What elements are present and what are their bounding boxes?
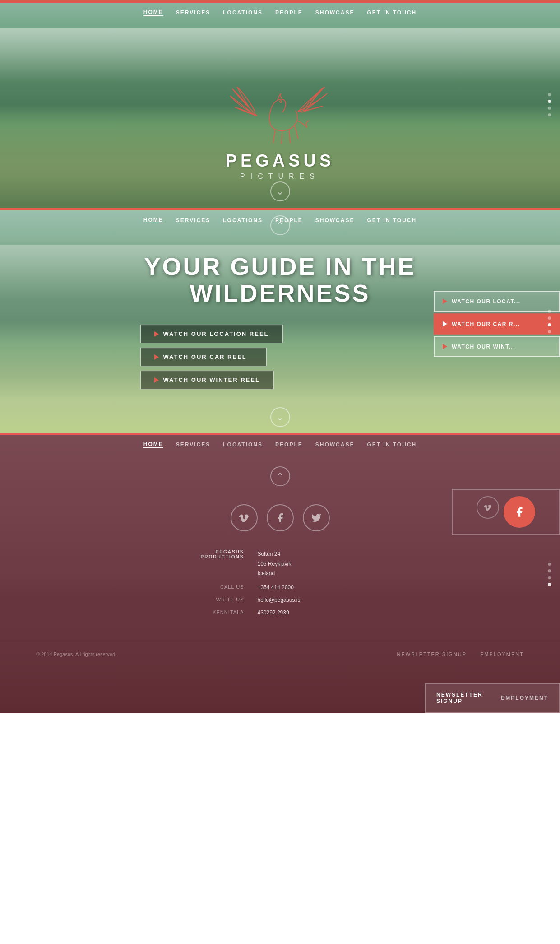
location-reel-button[interactable]: WATCH OUR LOCATION REEL (140, 325, 283, 343)
company-label: PEGASUS PRODUCTIONS (190, 549, 244, 579)
guide-nav-people[interactable]: PEOPLE (275, 217, 303, 223)
scroll-up-button-footer[interactable]: ⌃ (270, 466, 290, 486)
call-value: +354 414 2000 (258, 584, 294, 591)
popup-reel-cards: WATCH OUR LOCAT... WATCH OUR CAR R... WA… (434, 291, 560, 358)
facebook-icon[interactable] (267, 504, 294, 531)
write-label: Write us (190, 597, 244, 603)
kennitala-value: 430292 2939 (258, 609, 289, 616)
guide-nav-services[interactable]: SERVICES (176, 217, 210, 223)
footer-nav-contact[interactable]: GET IN TOUCH (367, 442, 417, 448)
employment-link[interactable]: EMPLOYMENT (480, 651, 524, 657)
play-icon-car (154, 354, 159, 360)
dot-s2-2[interactable] (548, 316, 551, 320)
nav-contact[interactable]: GET IN TOUCH (367, 9, 417, 16)
guide-section: HOME SERVICES LOCATIONS PEOPLE SHOWCASE … (0, 208, 560, 433)
dot-s2-4[interactable] (548, 330, 551, 333)
pegasus-logo (230, 84, 329, 148)
dot-2[interactable] (548, 100, 551, 103)
scroll-down-button[interactable]: ⌄ (270, 181, 290, 201)
guide-content: YOUR GUIDE IN THE WILDERNESS WATCH OUR L… (140, 253, 420, 390)
twitter-icon[interactable] (303, 504, 330, 531)
play-icon-popup-3 (443, 344, 447, 349)
reel-buttons-group: WATCH OUR LOCATION REEL WATCH OUR CAR RE… (140, 325, 420, 389)
hero-content: PEGASUS PICTURES (226, 84, 335, 181)
contact-info: PEGASUS PRODUCTIONS Soltún 24 105 Reykja… (190, 549, 370, 619)
popup-card-winter[interactable]: WATCH OUR WINT... (434, 336, 560, 357)
footer-nav-showcase[interactable]: SHOWCASE (315, 442, 355, 448)
car-reel-button[interactable]: WATCH OUR CAR REEL (140, 348, 267, 366)
winter-reel-button[interactable]: WATCH OUR WINTER REEL (140, 371, 274, 389)
play-icon-winter (154, 377, 159, 383)
guide-nav-contact[interactable]: GET IN TOUCH (367, 217, 417, 223)
footer-nav-home[interactable]: HOME (143, 441, 163, 448)
kennitala-row: Kennitala 430292 2939 (190, 609, 370, 616)
dot-s2-1[interactable] (548, 310, 551, 313)
nav-showcase[interactable]: SHOWCASE (315, 9, 355, 16)
nav-locations[interactable]: LOCATIONS (223, 9, 263, 16)
email-value: hello@pegasus.is (258, 597, 301, 603)
newsletter-link[interactable]: NEWSLETTER SIGNUP (397, 651, 467, 657)
company-address-row: PEGASUS PRODUCTIONS Soltún 24 105 Reykja… (190, 549, 370, 579)
footer-section: HOME SERVICES LOCATIONS PEOPLE SHOWCASE … (0, 433, 560, 713)
footer-links: NEWSLETTER SIGNUP EMPLOYMENT (397, 651, 524, 657)
pegasus-icon (230, 84, 329, 148)
guide-nav-showcase[interactable]: SHOWCASE (315, 217, 355, 223)
nav-home[interactable]: HOME (143, 9, 163, 16)
dot-4[interactable] (548, 113, 551, 116)
vimeo-icon[interactable] (231, 504, 258, 531)
guide-nav-home[interactable]: HOME (143, 217, 163, 223)
nav-people[interactable]: PEOPLE (275, 9, 303, 16)
footer-nav-people[interactable]: PEOPLE (275, 442, 303, 448)
scroll-down-button-guide[interactable]: ⌄ (270, 407, 290, 427)
dot-3[interactable] (548, 107, 551, 110)
social-icons-row (231, 504, 330, 531)
footer-bottom-bar: © 2014 Pegasus. All rights reserved. NEW… (0, 642, 560, 666)
newsletter-cta[interactable]: NEWSLETTER SIGNUP (436, 692, 492, 704)
copyright-text: © 2014 Pegasus. All rights reserved. (36, 651, 116, 657)
footer-nav-services[interactable]: SERVICES (176, 442, 210, 448)
employment-cta[interactable]: EMPLOYMENT (501, 695, 548, 701)
guide-headline: YOUR GUIDE IN THE WILDERNESS (140, 253, 420, 307)
address-value: Soltún 24 105 Reykjavik Iceland (258, 549, 292, 579)
popup-card-location[interactable]: WATCH OUR LOCAT... (434, 291, 560, 312)
footer-nav-locations[interactable]: LOCATIONS (223, 442, 263, 448)
bottom-cta-popup: NEWSLETTER SIGNUP EMPLOYMENT (425, 683, 560, 713)
footer-nav: HOME SERVICES LOCATIONS PEOPLE SHOWCASE … (0, 435, 560, 454)
play-icon-location (154, 331, 159, 337)
nav-services[interactable]: SERVICES (176, 9, 210, 16)
kennitala-label: Kennitala (190, 609, 244, 616)
footer-main-content: ⌃ PEGASUS PRODUCTIONS Soltún 24 105 Reyk… (0, 435, 560, 666)
email-row: Write us hello@pegasus.is (190, 597, 370, 603)
hero-section: HOME SERVICES LOCATIONS PEOPLE SHOWCASE … (0, 0, 560, 208)
hero-title: PEGASUS (226, 151, 335, 171)
hero-subtitle: PICTURES (226, 172, 335, 181)
guide-nav: HOME SERVICES LOCATIONS PEOPLE SHOWCASE … (0, 209, 560, 230)
popup-card-car[interactable]: WATCH OUR CAR R... (434, 313, 560, 334)
guide-nav-locations[interactable]: LOCATIONS (223, 217, 263, 223)
hero-nav: HOME SERVICES LOCATIONS PEOPLE SHOWCASE … (0, 1, 560, 22)
svg-point-0 (280, 101, 282, 102)
call-label: Call us (190, 584, 244, 591)
dot-s2-3[interactable] (548, 323, 551, 326)
scroll-dots-section2 (548, 310, 551, 333)
dot-1[interactable] (548, 93, 551, 96)
play-icon-popup-1 (443, 298, 447, 304)
scroll-dots-section1 (548, 93, 551, 116)
phone-row: Call us +354 414 2000 (190, 584, 370, 591)
